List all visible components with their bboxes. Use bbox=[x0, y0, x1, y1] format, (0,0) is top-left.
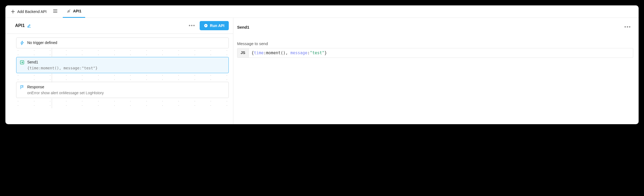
run-api-label: Run API bbox=[210, 23, 224, 28]
top-bar: Add Backend API API1 bbox=[5, 5, 639, 18]
plug-icon bbox=[67, 9, 71, 13]
flow-area: No trigger defined Send1 {time:m bbox=[5, 34, 233, 111]
connector-dots bbox=[16, 77, 229, 82]
send-code-preview: {time:moment(), message:"test"} bbox=[27, 66, 225, 70]
api-list-button[interactable] bbox=[51, 8, 60, 15]
run-api-button[interactable]: Run API bbox=[200, 21, 229, 30]
js-toggle-badge[interactable]: JS bbox=[237, 48, 249, 58]
play-icon bbox=[204, 24, 208, 28]
right-header: Send1 ••• bbox=[237, 23, 633, 36]
app-window: Add Backend API API1 API1 ••• bbox=[5, 5, 639, 124]
response-subtitle: onError show alert onMessage set LogHist… bbox=[27, 91, 225, 95]
send-title: Send1 bbox=[27, 60, 225, 64]
code-input-row: JS {time:moment(), message:"test"} bbox=[237, 48, 633, 58]
add-backend-api-button[interactable]: Add Backend API bbox=[8, 8, 49, 15]
trigger-block[interactable]: No trigger defined bbox=[16, 38, 229, 48]
add-backend-api-label: Add Backend API bbox=[17, 9, 47, 14]
message-field-label: Message to send bbox=[237, 41, 633, 46]
send-icon bbox=[20, 60, 25, 65]
message-code-input[interactable]: {time:moment(), message:"test"} bbox=[249, 48, 633, 58]
connector-dots bbox=[16, 48, 229, 53]
body: API1 ••• Run API bbox=[5, 18, 639, 124]
tab-label: API1 bbox=[73, 9, 81, 13]
plus-icon bbox=[11, 9, 15, 14]
block-detail-title: Send1 bbox=[237, 25, 249, 29]
send-block[interactable]: Send1 {time:moment(), message:"test"} bbox=[16, 57, 229, 73]
flag-icon bbox=[20, 85, 25, 90]
bolt-icon bbox=[20, 40, 25, 45]
connector-dots bbox=[16, 103, 229, 108]
edit-icon[interactable] bbox=[27, 23, 31, 28]
api-name-title: API1 bbox=[15, 23, 25, 28]
api-more-button[interactable]: ••• bbox=[186, 22, 198, 30]
connector-dots bbox=[16, 99, 229, 103]
response-block[interactable]: Response onError show alert onMessage se… bbox=[16, 82, 229, 98]
connector-dots bbox=[16, 53, 229, 57]
tab-api1[interactable]: API1 bbox=[63, 5, 85, 18]
connector-dots bbox=[16, 73, 229, 77]
left-header: API1 ••• Run API bbox=[5, 18, 233, 34]
trigger-title: No trigger defined bbox=[27, 40, 225, 45]
right-panel: Send1 ••• Message to send JS {time:momen… bbox=[233, 18, 639, 124]
response-title: Response bbox=[27, 85, 225, 89]
block-more-button[interactable]: ••• bbox=[622, 23, 633, 31]
left-panel: API1 ••• Run API bbox=[5, 18, 233, 124]
